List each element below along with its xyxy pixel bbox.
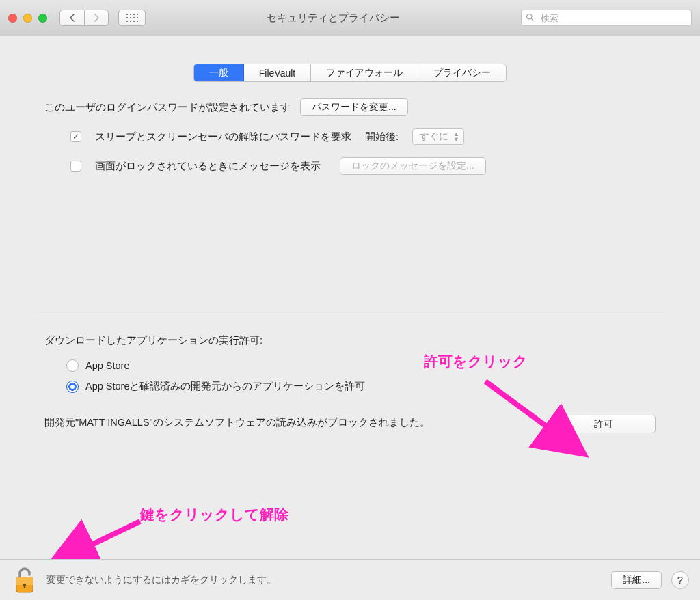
bottom-bar: 変更できないようにするにはカギをクリックします。 詳細... ? bbox=[0, 559, 700, 600]
lock-icon[interactable] bbox=[11, 564, 38, 597]
separator bbox=[38, 312, 662, 312]
radio-appstore-identified[interactable] bbox=[66, 381, 79, 393]
search-icon bbox=[526, 13, 535, 22]
lock-description: 変更できないようにするにはカギをクリックします。 bbox=[46, 574, 276, 586]
svg-line-1 bbox=[531, 18, 533, 21]
tab-bar: 一般 FileVault ファイアウォール プライバシー bbox=[0, 36, 700, 98]
window-toolbar: セキュリティとプライバシー bbox=[0, 0, 700, 36]
delay-select[interactable]: すぐに ▲▼ bbox=[412, 128, 464, 145]
radio-appstore-only[interactable] bbox=[66, 359, 79, 372]
delay-select-value: すぐに bbox=[420, 131, 448, 143]
password-set-label: このユーザのログインパスワードが設定されています bbox=[44, 101, 291, 114]
nav-buttons bbox=[59, 10, 109, 26]
search-field-wrap bbox=[521, 10, 692, 26]
require-password-label: スリープとスクリーンセーバの解除にパスワードを要求 bbox=[95, 131, 351, 144]
back-button[interactable] bbox=[59, 10, 84, 26]
tab-privacy[interactable]: プライバシー bbox=[418, 64, 506, 81]
minimize-window-button[interactable] bbox=[23, 14, 32, 23]
blocked-software-message: 開発元"MATT INGALLS"のシステムソフトウェアの読み込みがブロックされ… bbox=[44, 415, 430, 430]
svg-rect-7 bbox=[24, 585, 25, 588]
after-label: 開始後: bbox=[365, 131, 399, 144]
annotation-lock-hint: 鍵をクリックして解除 bbox=[140, 505, 288, 524]
radio-appstore-label: App Store bbox=[85, 360, 130, 371]
tab-general[interactable]: 一般 bbox=[194, 64, 244, 81]
tab-filevault[interactable]: FileVault bbox=[244, 64, 311, 81]
lock-message-checkbox[interactable] bbox=[70, 161, 81, 172]
help-button[interactable]: ? bbox=[671, 571, 689, 589]
zoom-window-button[interactable] bbox=[38, 14, 47, 23]
grid-icon bbox=[126, 14, 138, 22]
forward-button[interactable] bbox=[84, 10, 109, 26]
tab-firewall[interactable]: ファイアウォール bbox=[311, 64, 418, 81]
radio-identified-label: App Storeと確認済みの開発元からのアプリケーションを許可 bbox=[85, 380, 366, 393]
allow-apps-title: ダウンロードしたアプリケーションの実行許可: bbox=[38, 334, 662, 347]
window-title: セキュリティとプライバシー bbox=[152, 12, 514, 25]
show-all-button[interactable] bbox=[118, 10, 146, 26]
svg-point-0 bbox=[527, 14, 532, 19]
close-window-button[interactable] bbox=[8, 14, 17, 23]
lock-message-label: 画面がロックされているときにメッセージを表示 bbox=[95, 160, 321, 173]
allow-button[interactable]: 許可 bbox=[552, 415, 656, 433]
set-lock-message-button[interactable]: ロックのメッセージを設定... bbox=[340, 157, 486, 175]
details-button[interactable]: 詳細... bbox=[611, 571, 662, 589]
window-controls bbox=[8, 14, 47, 23]
change-password-button[interactable]: パスワードを変更... bbox=[300, 98, 408, 116]
chevron-updown-icon: ▲▼ bbox=[453, 131, 459, 142]
search-input[interactable] bbox=[521, 10, 692, 26]
require-password-checkbox[interactable] bbox=[70, 131, 81, 142]
